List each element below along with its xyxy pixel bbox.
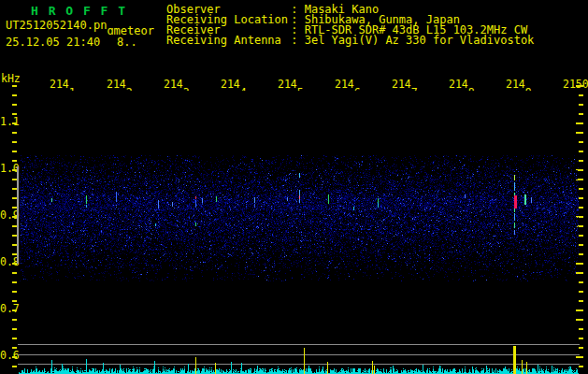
spectrogram-canvas [0, 0, 588, 374]
hrofft-screen: H R O F F T UT2512052140.pngmeteor 25.12… [0, 0, 588, 374]
